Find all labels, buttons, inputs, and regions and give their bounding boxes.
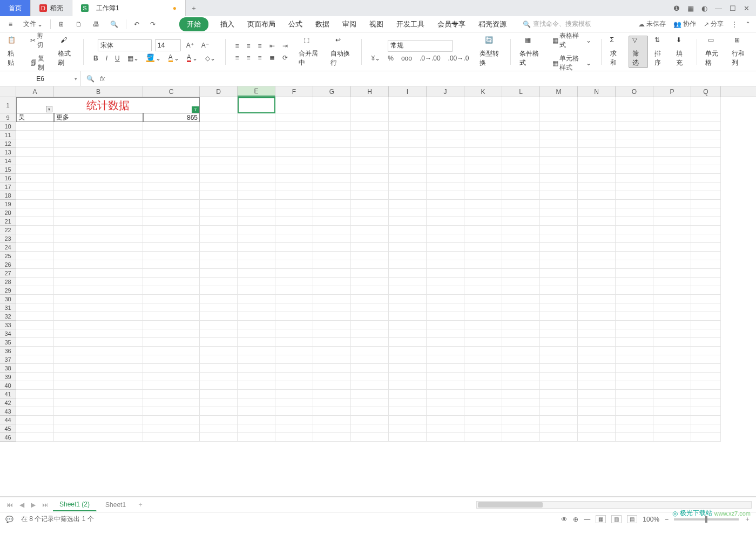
cell[interactable]	[143, 131, 200, 139]
cell[interactable]	[389, 139, 427, 148]
cell[interactable]	[275, 398, 313, 407]
cell[interactable]	[54, 157, 143, 165]
cell[interactable]	[54, 191, 143, 200]
cell[interactable]	[540, 148, 578, 157]
cell[interactable]	[389, 200, 427, 208]
cell[interactable]	[351, 433, 389, 442]
minimize-button[interactable]: —	[715, 4, 722, 12]
cell[interactable]	[464, 424, 502, 433]
cell[interactable]	[616, 139, 653, 148]
cell[interactable]	[653, 381, 691, 390]
row-header[interactable]: 11	[0, 131, 16, 139]
name-box[interactable]: E6 ▾	[0, 71, 81, 86]
cell[interactable]	[653, 338, 691, 347]
menu-view[interactable]: 视图	[368, 17, 384, 31]
print-preview-icon[interactable]: 🗋	[72, 19, 85, 30]
cell[interactable]	[427, 131, 464, 139]
cell[interactable]	[616, 174, 653, 182]
cell[interactable]	[502, 260, 540, 269]
sheet-tab-other[interactable]: Sheet1	[99, 499, 133, 511]
cell[interactable]	[616, 217, 653, 226]
cell[interactable]	[653, 433, 691, 442]
cell[interactable]	[351, 234, 389, 243]
cell[interactable]	[275, 122, 313, 131]
cell[interactable]	[389, 122, 427, 131]
cell[interactable]	[313, 252, 351, 260]
cell[interactable]	[200, 97, 238, 113]
cell[interactable]	[16, 373, 54, 381]
cell[interactable]	[238, 243, 275, 252]
cell[interactable]	[238, 122, 275, 131]
cell[interactable]	[275, 148, 313, 157]
cell[interactable]	[464, 252, 502, 260]
cell[interactable]	[540, 208, 578, 217]
cell[interactable]	[691, 416, 721, 424]
cell[interactable]	[427, 407, 464, 416]
cell[interactable]	[464, 381, 502, 390]
col-header-O[interactable]: O	[616, 86, 653, 97]
format-painter-button[interactable]: 🖌 格式刷	[55, 36, 78, 67]
cell[interactable]	[578, 174, 616, 182]
menu-review[interactable]: 审阅	[341, 17, 357, 31]
file-menu[interactable]: 文件 ⌄	[20, 18, 46, 30]
cell[interactable]	[464, 234, 502, 243]
cell[interactable]	[351, 278, 389, 286]
align-bottom-icon[interactable]: ≡	[256, 40, 264, 51]
cell[interactable]	[238, 260, 275, 269]
cell[interactable]	[275, 182, 313, 191]
scrollbar-thumb[interactable]	[478, 502, 543, 508]
cell[interactable]	[200, 321, 238, 329]
cell[interactable]	[691, 303, 721, 312]
cell[interactable]	[691, 295, 721, 303]
cell[interactable]	[313, 148, 351, 157]
cell[interactable]	[143, 252, 200, 260]
cell[interactable]	[200, 355, 238, 364]
cell[interactable]	[616, 373, 653, 381]
row-header[interactable]: 33	[0, 321, 16, 329]
cell[interactable]	[389, 364, 427, 373]
cell[interactable]	[143, 364, 200, 373]
cell[interactable]	[691, 269, 721, 278]
cell[interactable]	[653, 252, 691, 260]
cell[interactable]	[16, 217, 54, 226]
cell[interactable]	[616, 131, 653, 139]
cell[interactable]	[502, 381, 540, 390]
cell[interactable]	[200, 390, 238, 398]
cell[interactable]	[389, 97, 427, 113]
cell[interactable]	[691, 355, 721, 364]
cell[interactable]	[200, 234, 238, 243]
cell[interactable]	[616, 243, 653, 252]
cell[interactable]	[616, 338, 653, 347]
cell[interactable]	[616, 407, 653, 416]
underline-button[interactable]: U	[113, 53, 122, 64]
cell[interactable]	[389, 226, 427, 234]
cell[interactable]	[502, 139, 540, 148]
col-header-E[interactable]: E	[238, 86, 275, 97]
tab-home[interactable]: 首页	[0, 0, 31, 16]
cell[interactable]	[691, 252, 721, 260]
cell[interactable]	[464, 122, 502, 131]
cell[interactable]	[502, 295, 540, 303]
cell[interactable]	[427, 122, 464, 131]
cell[interactable]	[238, 139, 275, 148]
cell[interactable]	[143, 208, 200, 217]
tab-add-button[interactable]: ＋	[186, 0, 202, 16]
cell[interactable]: 吴	[16, 113, 54, 122]
cell[interactable]	[653, 122, 691, 131]
row-header[interactable]: 1	[0, 97, 16, 113]
cell[interactable]	[691, 226, 721, 234]
cell[interactable]	[691, 97, 721, 113]
command-search[interactable]: 🔍 查找命令、搜索模板	[523, 19, 591, 29]
cell[interactable]	[427, 157, 464, 165]
cell[interactable]	[54, 381, 143, 390]
cell[interactable]	[616, 416, 653, 424]
cell[interactable]	[275, 424, 313, 433]
cell[interactable]	[427, 424, 464, 433]
cell[interactable]	[389, 295, 427, 303]
dec-dec-icon[interactable]: .00→.0	[446, 53, 471, 64]
cell[interactable]	[540, 226, 578, 234]
cell[interactable]	[238, 217, 275, 226]
cell[interactable]	[275, 373, 313, 381]
cell[interactable]	[540, 191, 578, 200]
cell[interactable]	[275, 347, 313, 355]
